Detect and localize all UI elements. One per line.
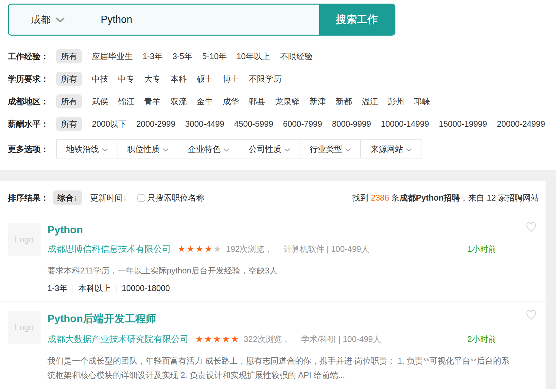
star-icon: ★ [204,244,213,254]
job-tags: 1-3年本科以上10000-18000 [47,283,539,294]
filter-option[interactable]: 中专 [118,74,134,84]
view-count: 192次浏览， [226,244,272,254]
filter-option[interactable]: 金牛 [197,96,213,107]
job-tag: 10000-18000 [122,284,170,293]
filter-option[interactable]: 硕士 [197,74,213,84]
search-keyword: 成都Python招聘 [400,193,460,202]
filter-option[interactable]: 4500-5999 [234,119,273,129]
filter-option[interactable]: 武侯 [92,96,108,107]
search-input[interactable] [87,5,319,35]
chevron-down-icon [102,144,108,154]
chevron-down-icon [163,144,168,154]
title-only-checkbox-label[interactable]: 只搜索职位名称 [147,192,204,203]
down-arrow-icon: ↓ [74,193,78,202]
sort-label: 排序结果： [8,192,49,203]
heart-outline-icon[interactable] [525,309,537,322]
filter-option[interactable]: 应届毕业生 [92,51,133,62]
job-search-bar: 成都 搜索工作 [8,4,395,36]
star-icon: ★ [195,244,204,254]
filter-option[interactable]: 锦江 [118,96,134,107]
job-tag: 9000-18000 [122,388,165,389]
more-options-box: 地铁沿线职位性质企业特色公司性质行业类型来源网站 [56,139,422,158]
filter-option[interactable]: 新津 [309,96,326,107]
filter-option[interactable]: 双流 [170,96,187,107]
filter-selected-chip[interactable]: 所有 [56,117,82,131]
filter-option[interactable]: 3000-4499 [185,119,224,129]
tag-separator [73,389,73,389]
filter-selected-chip[interactable]: 所有 [56,49,82,63]
star-icon: ★ [213,334,222,344]
filter-option[interactable]: 1-3年 [143,51,163,62]
heart-outline-icon[interactable] [525,221,537,234]
more-option-dropdown[interactable]: 职位性质 [117,140,178,158]
filter-option[interactable]: 彭州 [388,96,404,107]
city-selector[interactable]: 成都 [9,5,87,35]
star-icon: ★ [195,334,204,344]
filter-option[interactable]: 5-10年 [202,51,227,62]
company-category: 计算机软件 | 100-499人 [284,244,369,254]
filter-option[interactable]: 2000以下 [92,119,127,129]
star-icon: ★ [186,244,195,254]
filter-option[interactable]: 3-5年 [172,51,192,62]
job-meta-row: 成都大数据产业技术研究院有限公司 ★★★★★ 322次浏览， 学术/科研 | 1… [47,333,539,345]
filter-option[interactable]: 郫县 [249,96,265,107]
filter-option[interactable]: 龙泉驿 [275,96,300,107]
sort-primary-button[interactable]: 综合↓ [53,190,82,205]
job-tag: 大专以上 [78,387,111,389]
more-option-label: 来源网站 [371,144,403,155]
filter-option[interactable]: 10000-14999 [381,119,429,129]
filter-option[interactable]: 成华 [223,96,239,107]
results-card: 排序结果： 综合↓ 更新时间↓ 只搜索职位名称 找到 2386 条成都Pytho… [0,181,546,389]
more-option-dropdown[interactable]: 企业特色 [178,140,239,158]
tag-separator [73,284,73,293]
filter-option[interactable]: 2000-2999 [136,119,176,129]
more-option-dropdown[interactable]: 公司性质 [239,140,300,158]
more-option-dropdown[interactable]: 来源网站 [361,140,422,158]
filter-option[interactable]: 15000-19999 [439,119,487,129]
filter-option[interactable]: 新都 [336,96,352,107]
filter-label: 工作经验： [8,51,56,62]
filter-option[interactable]: 中技 [92,74,108,84]
company-logo: Logo [8,311,41,344]
more-option-label: 公司性质 [249,144,282,155]
more-option-dropdown[interactable]: 行业类型 [300,140,361,158]
filter-option[interactable]: 本科 [170,74,187,84]
filter-option[interactable]: 10年以上 [236,51,270,62]
filter-option[interactable]: 邛崃 [414,96,430,107]
company-link[interactable]: 成都大数据产业技术研究院有限公司 [47,333,189,345]
filter-option[interactable]: 博士 [223,74,239,84]
filter-option[interactable]: 大专 [144,74,161,84]
filter-label: 学历要求： [8,74,56,84]
more-option-label: 行业类型 [310,144,342,155]
more-options-row: 更多选项： 地铁沿线职位性质企业特色公司性质行业类型来源网站 [8,139,556,158]
job-title-link[interactable]: Python [47,224,83,236]
filter-section: 工作经验： 所有 应届毕业生1-3年3-5年5-10年10年以上不限经验 学历要… [8,49,556,131]
star-rating: ★★★★★ [178,244,222,254]
filter-option[interactable]: 8000-9999 [332,119,371,129]
filter-selected-chip[interactable]: 所有 [56,72,82,86]
filter-label: 薪酬水平： [8,119,56,129]
filter-selected-chip[interactable]: 所有 [56,94,82,108]
job-description: 要求本科211学历，一年以上实际python后台开发经验，空缺3人 [47,263,512,278]
result-count: 2386 [371,193,389,202]
job-tags: 3-5年大专以上9000-18000 [47,387,539,389]
view-count: 322次浏览， [244,334,290,345]
star-icon: ★ [231,334,240,344]
filter-option[interactable]: 不限经验 [280,51,313,62]
chevron-down-icon [285,144,290,154]
filter-option[interactable]: 6000-7999 [283,119,322,129]
filter-option[interactable]: 20000-24999 [497,119,545,129]
filter-option[interactable]: 青羊 [144,96,161,107]
filter-label: 成都地区： [8,96,56,107]
search-button[interactable]: 搜索工作 [319,5,394,35]
sort-secondary-button[interactable]: 更新时间↓ [90,192,127,203]
filter-option[interactable]: 不限学历 [249,74,282,84]
result-summary: 找到 2386 条成都Python招聘，来自 12 家招聘网站 [352,192,539,203]
job-title-link[interactable]: Python后端开发工程师 [47,312,156,326]
title-only-checkbox[interactable] [137,194,145,202]
chevron-down-icon [406,144,412,154]
company-link[interactable]: 成都思博信科信息技术有限公司 [47,243,171,255]
more-option-dropdown[interactable]: 地铁沿线 [57,140,117,158]
filter-option[interactable]: 温江 [362,96,378,107]
star-icon: ★ [204,334,213,344]
